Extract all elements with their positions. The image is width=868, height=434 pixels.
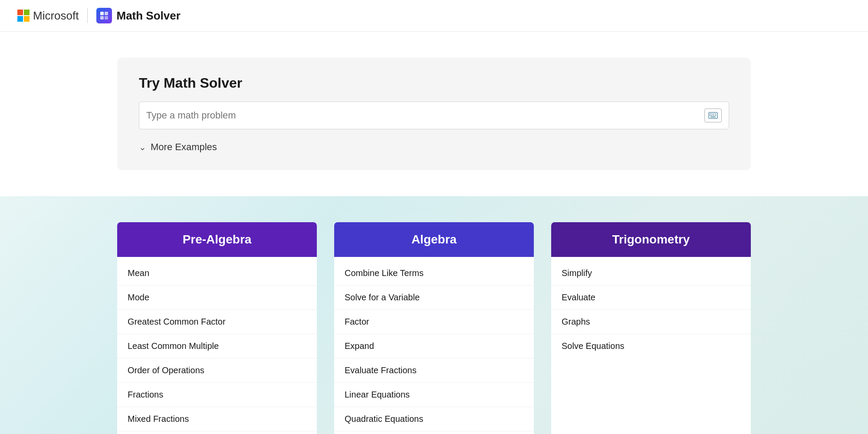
list-item[interactable]: Prime Factorization	[117, 431, 317, 434]
svg-rect-11	[713, 115, 714, 116]
main-content: Try Math Solver ⌄ More E	[0, 32, 868, 170]
list-item[interactable]: Simplify	[551, 261, 751, 286]
app-logo: Math Solver	[96, 8, 180, 23]
more-examples-button[interactable]: ⌄ More Examples	[139, 141, 729, 153]
app-icon	[96, 8, 112, 23]
svg-rect-1	[105, 12, 108, 15]
svg-rect-2	[100, 16, 104, 20]
solver-card-title: Try Math Solver	[139, 75, 729, 91]
svg-rect-0	[100, 12, 104, 15]
category-items-trigonometry: SimplifyEvaluateGraphsSolve Equations	[551, 257, 751, 362]
list-item[interactable]: Linear Equations	[334, 383, 534, 407]
svg-rect-5	[710, 114, 711, 115]
bottom-section: Pre-AlgebraMeanModeGreatest Common Facto…	[0, 196, 868, 434]
list-item[interactable]: Combine Like Terms	[334, 261, 534, 286]
list-item[interactable]: Quadratic Equations	[334, 407, 534, 431]
header-divider	[87, 8, 88, 23]
list-item[interactable]: Least Common Multiple	[117, 334, 317, 358]
ms-grid-icon	[17, 10, 30, 22]
svg-rect-3	[105, 16, 108, 20]
category-title-algebra: Algebra	[343, 233, 525, 247]
list-item[interactable]: Mode	[117, 286, 317, 310]
categories-container: Pre-AlgebraMeanModeGreatest Common Facto…	[117, 222, 751, 434]
category-title-pre-algebra: Pre-Algebra	[126, 233, 308, 247]
math-input[interactable]	[146, 110, 704, 121]
list-item[interactable]: Greatest Common Factor	[117, 310, 317, 334]
list-item[interactable]: Solve Equations	[551, 334, 751, 358]
list-item[interactable]: Factor	[334, 310, 534, 334]
category-items-pre-algebra: MeanModeGreatest Common FactorLeast Comm…	[117, 257, 317, 434]
list-item[interactable]: Expand	[334, 334, 534, 358]
list-item[interactable]: Evaluate Fractions	[334, 358, 534, 383]
category-items-algebra: Combine Like TermsSolve for a VariableFa…	[334, 257, 534, 434]
category-title-trigonometry: Trigonometry	[560, 233, 742, 247]
list-item[interactable]: Evaluate	[551, 286, 751, 310]
svg-rect-6	[711, 114, 713, 115]
more-examples-label: More Examples	[151, 141, 217, 153]
svg-rect-9	[710, 115, 711, 116]
list-item[interactable]: Graphs	[551, 310, 751, 334]
list-item[interactable]: Order of Operations	[117, 358, 317, 383]
svg-rect-7	[713, 114, 714, 115]
svg-rect-10	[711, 115, 713, 116]
microsoft-text: Microsoft	[33, 9, 79, 23]
category-header-algebra: Algebra	[334, 222, 534, 257]
svg-rect-12	[715, 115, 717, 116]
solver-card: Try Math Solver ⌄ More E	[117, 58, 751, 170]
svg-rect-13	[710, 117, 716, 118]
category-card-pre-algebra: Pre-AlgebraMeanModeGreatest Common Facto…	[117, 222, 317, 434]
category-header-pre-algebra: Pre-Algebra	[117, 222, 317, 257]
list-item[interactable]: Solve for a Variable	[334, 286, 534, 310]
keyboard-icon[interactable]	[704, 108, 722, 122]
list-item[interactable]: Mean	[117, 261, 317, 286]
list-item[interactable]: Inequalities	[334, 431, 534, 434]
microsoft-logo: Microsoft	[17, 9, 79, 23]
category-card-algebra: AlgebraCombine Like TermsSolve for a Var…	[334, 222, 534, 434]
svg-rect-8	[715, 114, 717, 115]
list-item[interactable]: Mixed Fractions	[117, 407, 317, 431]
list-item[interactable]: Fractions	[117, 383, 317, 407]
category-card-trigonometry: TrigonometrySimplifyEvaluateGraphsSolve …	[551, 222, 751, 434]
category-header-trigonometry: Trigonometry	[551, 222, 751, 257]
chevron-down-icon: ⌄	[139, 142, 146, 152]
header: Microsoft Math Solver	[0, 0, 868, 32]
app-title: Math Solver	[116, 9, 180, 23]
math-input-container[interactable]	[139, 102, 729, 129]
